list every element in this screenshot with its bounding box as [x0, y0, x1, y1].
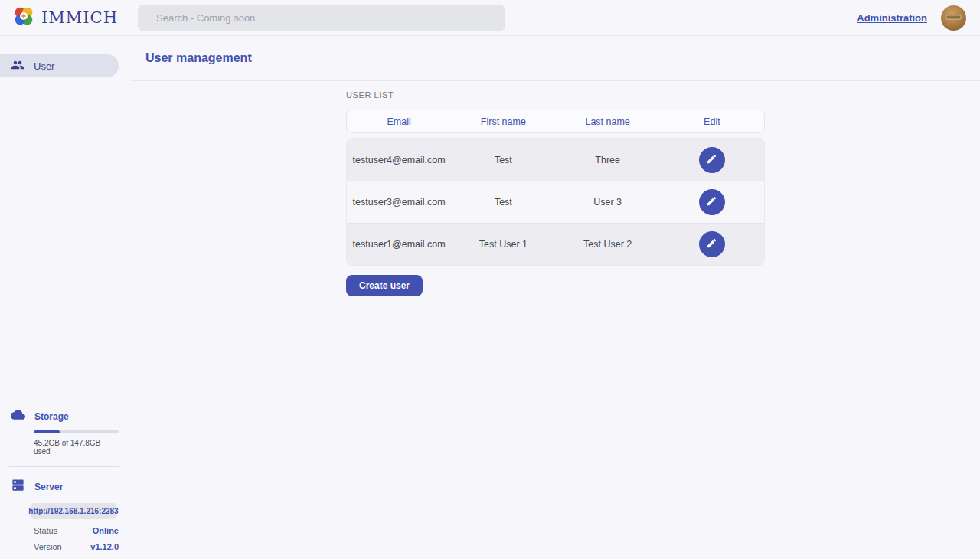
storage-progress-fill — [34, 430, 60, 433]
storage-section-header: Storage — [0, 407, 119, 425]
sidebar-item-user[interactable]: User — [0, 54, 119, 77]
users-icon — [11, 58, 24, 74]
cell-first-name: Test — [451, 197, 555, 208]
cell-last-name: User 3 — [556, 197, 660, 208]
search-input[interactable] — [138, 5, 505, 31]
immich-flower-icon — [12, 5, 35, 31]
column-header-email: Email — [347, 116, 451, 127]
cell-last-name: Test User 2 — [556, 239, 660, 250]
column-header-edit: Edit — [660, 116, 764, 127]
cell-email: testuser1@email.com — [347, 239, 451, 250]
sidebar-divider — [9, 466, 119, 467]
edit-user-button[interactable] — [699, 147, 725, 173]
version-label: Version — [34, 542, 62, 551]
administration-link[interactable]: Administration — [857, 12, 927, 24]
cell-last-name: Three — [556, 155, 660, 165]
create-user-button[interactable]: Create user — [346, 275, 423, 296]
server-url: http://192.168.1.216:2283 — [28, 507, 118, 515]
user-list-section: USER LIST Email First name Last name Edi… — [346, 90, 765, 296]
table-row: testuser4@email.com Test Three — [347, 139, 764, 181]
table-body: testuser4@email.com Test Three — [346, 138, 765, 266]
table-row: testuser3@email.com Test User 3 — [347, 181, 764, 223]
table-row: testuser1@email.com Test User 1 Test Use… — [347, 223, 764, 265]
cell-first-name: Test User 1 — [451, 239, 555, 250]
status-value: Online — [93, 526, 119, 535]
server-section-header: Server — [0, 478, 119, 495]
storage-usage-text: 45.2GB of 147.8GB used — [34, 439, 119, 456]
page-title: User management — [145, 51, 252, 65]
sidebar-item-user-label: User — [34, 60, 54, 72]
table-header-row: Email First name Last name Edit — [346, 110, 765, 133]
edit-user-button[interactable] — [699, 189, 725, 215]
cell-email: testuser3@email.com — [347, 197, 451, 208]
version-value: v1.12.0 — [90, 542, 119, 551]
sidebar-footer: Storage 45.2GB of 147.8GB used Server ht… — [0, 407, 119, 551]
user-table: Email First name Last name Edit testuser… — [346, 110, 765, 266]
cell-email: testuser4@email.com — [347, 155, 451, 165]
cloud-icon — [11, 407, 25, 425]
server-url-badge: http://192.168.1.216:2283 — [31, 503, 116, 519]
app-logo[interactable]: IMMICH — [12, 5, 118, 31]
main-content: User management USER LIST Email First na… — [130, 36, 980, 559]
server-icon — [11, 478, 25, 495]
pencil-icon — [706, 153, 717, 167]
server-status-row: Status Online — [34, 526, 119, 535]
top-right-controls: Administration — [857, 0, 966, 36]
immich-admin-app: IMMICH Administration User — [0, 0, 980, 559]
app-logo-text: IMMICH — [41, 8, 118, 27]
server-version-row: Version v1.12.0 — [34, 542, 119, 551]
column-header-last-name: Last name — [556, 116, 660, 127]
user-list-label: USER LIST — [346, 90, 765, 100]
top-bar: IMMICH Administration — [0, 0, 980, 36]
edit-user-button[interactable] — [699, 231, 725, 257]
server-title: Server — [34, 482, 63, 492]
pencil-icon — [706, 195, 717, 209]
storage-progress-bar — [34, 430, 119, 433]
storage-title: Storage — [34, 411, 69, 422]
status-label: Status — [34, 526, 57, 535]
cell-first-name: Test — [451, 155, 555, 165]
avatar[interactable] — [941, 5, 966, 31]
sidebar: User Storage 45.2GB of 147.8GB used — [0, 36, 130, 559]
column-header-first-name: First name — [451, 116, 555, 127]
title-bar: User management — [130, 36, 980, 81]
pencil-icon — [706, 237, 717, 251]
